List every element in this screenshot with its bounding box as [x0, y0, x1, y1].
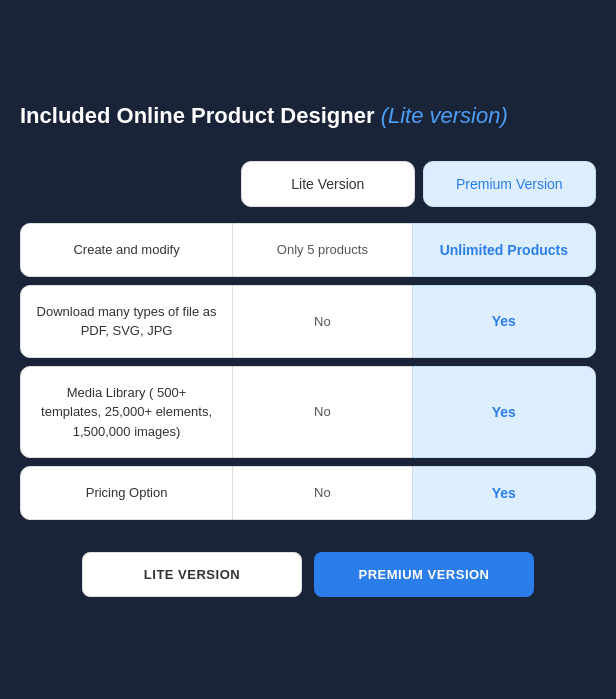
main-container: Included Online Product Designer (Lite v… — [20, 102, 596, 596]
comparison-table: Create and modifyOnly 5 productsUnlimite… — [20, 215, 596, 528]
lite-value-cell: No — [233, 366, 412, 459]
header-premium: Premium Version — [423, 161, 596, 207]
premium-value-cell: Yes — [412, 285, 596, 358]
feature-cell: Media Library ( 500+ templates, 25,000+ … — [20, 366, 233, 459]
feature-cell: Create and modify — [20, 223, 233, 277]
lite-version-button[interactable]: LITE VERSION — [82, 552, 302, 597]
table-row: Media Library ( 500+ templates, 25,000+ … — [20, 366, 596, 459]
title-main: Included Online Product Designer — [20, 103, 375, 128]
premium-version-button[interactable]: PREMIUM VERSION — [314, 552, 534, 597]
lite-value-cell: No — [233, 285, 412, 358]
lite-value-cell: Only 5 products — [233, 223, 412, 277]
title-highlight: (Lite version) — [381, 103, 508, 128]
premium-value-cell: Yes — [412, 466, 596, 520]
header-lite: Lite Version — [241, 161, 414, 207]
premium-value-cell: Yes — [412, 366, 596, 459]
premium-value-cell: Unlimited Products — [412, 223, 596, 277]
table-row: Create and modifyOnly 5 productsUnlimite… — [20, 223, 596, 277]
feature-cell: Download many types of file as PDF, SVG,… — [20, 285, 233, 358]
lite-value-cell: No — [233, 466, 412, 520]
page-title: Included Online Product Designer (Lite v… — [20, 102, 596, 131]
header-row: Lite Version Premium Version — [20, 161, 596, 207]
table-row: Pricing OptionNoYes — [20, 466, 596, 520]
feature-cell: Pricing Option — [20, 466, 233, 520]
table-row: Download many types of file as PDF, SVG,… — [20, 285, 596, 358]
buttons-row: LITE VERSION PREMIUM VERSION — [20, 552, 596, 597]
